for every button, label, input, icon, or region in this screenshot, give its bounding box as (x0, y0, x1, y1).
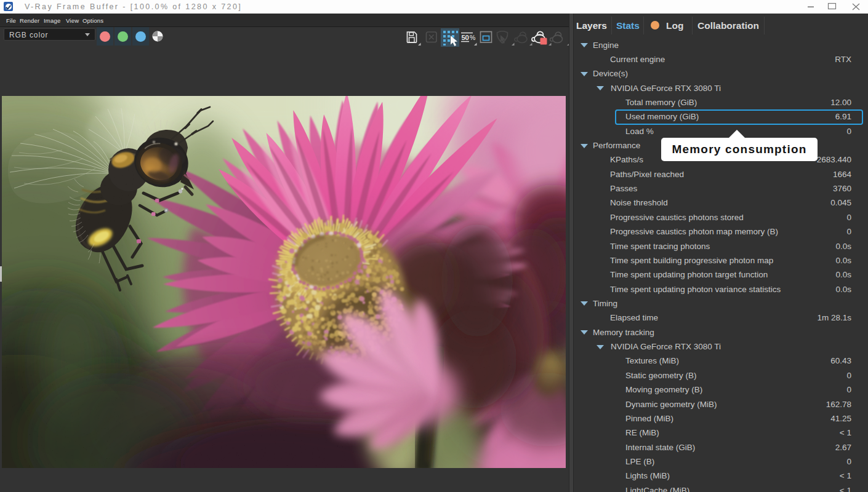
svg-text:%: % (470, 34, 475, 41)
svg-text:50: 50 (462, 34, 469, 41)
